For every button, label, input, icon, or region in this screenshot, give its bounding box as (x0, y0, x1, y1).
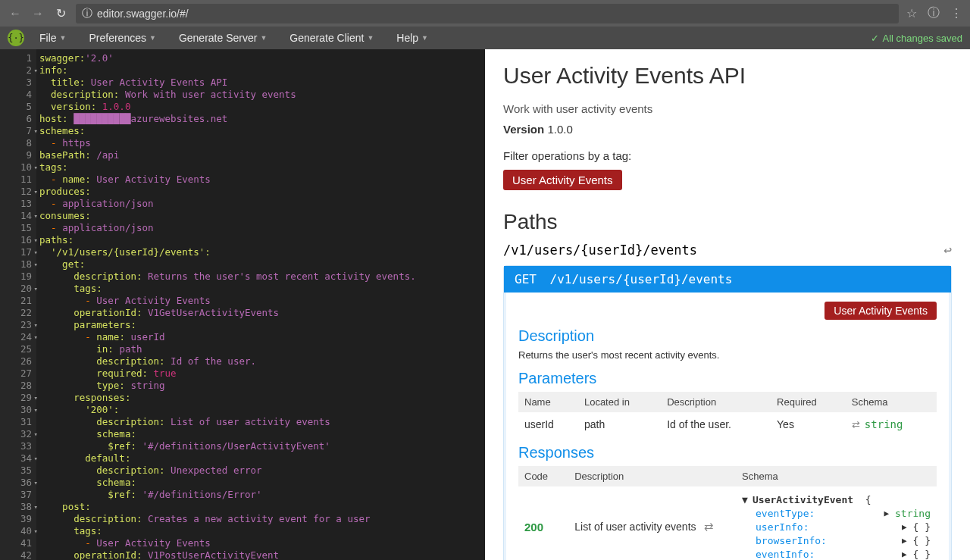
schema-property-type: string (895, 508, 931, 519)
browser-menu-icon[interactable]: ⋮ (950, 6, 962, 20)
menu-preferences[interactable]: Preferences▼ (89, 32, 155, 44)
path-title: /v1/users/{userId}/events ↩ (503, 242, 952, 258)
operation-method: GET (515, 272, 537, 286)
table-row: 200 List of user activity events⇄ ▼UserA… (518, 486, 937, 560)
check-icon: ✓ (871, 33, 879, 44)
table-header-row: Name Located in Description Required Sch… (518, 392, 937, 412)
path-back-icon[interactable]: ↩ (943, 242, 952, 258)
menu-generate-client[interactable]: Generate Client▼ (289, 32, 374, 44)
operation-header[interactable]: GET /v1/users/{userId}/events (504, 266, 951, 293)
url-text: editor.swagger.io/#/ (97, 8, 189, 20)
responses-table: Code Description Schema 200 List of user… (518, 466, 937, 560)
fold-toggle-icon[interactable]: ▾ (34, 392, 38, 404)
operation-path: /v1/users/{userId}/events (550, 272, 733, 286)
chevron-down-icon: ▼ (260, 34, 267, 42)
swagger-logo[interactable]: {·} (8, 30, 24, 46)
fold-toggle-icon[interactable]: ▾ (34, 501, 38, 513)
page-info-icon[interactable]: ⓘ (928, 5, 940, 21)
schema-property: browserInfo: (756, 535, 831, 546)
fold-toggle-icon[interactable]: ▾ (34, 404, 38, 416)
parameters-heading: Parameters (518, 370, 937, 387)
param-schema: ⇄string (846, 412, 937, 436)
fold-toggle-icon[interactable]: ▾ (34, 186, 38, 198)
expand-triangle-icon[interactable]: ▶ (902, 522, 907, 532)
fold-toggle-icon[interactable]: ▾ (34, 246, 38, 258)
bookmark-star-icon[interactable]: ☆ (906, 6, 917, 20)
fold-toggle-icon[interactable]: ▾ (34, 283, 38, 295)
nav-back-button[interactable]: ← (8, 6, 23, 21)
browser-chrome: ← → ↻ ⓘ editor.swagger.io/#/ ☆ ⓘ ⋮ (0, 0, 970, 27)
response-schema: ▼UserActivityEvent { eventType:▶stringus… (742, 493, 931, 560)
schema-property: eventInfo: (756, 549, 831, 560)
fold-toggle-icon[interactable]: ▾ (34, 525, 38, 537)
fold-toggle-icon[interactable]: ▾ (34, 125, 38, 137)
editor-gutter: 12▾34567▾8910▾1112▾1314▾1516▾17▾18▾1920▾… (0, 49, 36, 560)
chevron-down-icon: ▼ (421, 34, 428, 42)
param-description: Id of the user. (661, 412, 771, 436)
schema-property-type: { } (913, 535, 931, 546)
fold-toggle-icon[interactable]: ▾ (34, 452, 38, 465)
nav-forward-button[interactable]: → (30, 6, 45, 21)
param-located: path (578, 412, 661, 436)
editor-code[interactable]: swagger:'2.0'info: title: User Activity … (39, 49, 485, 560)
fold-toggle-icon[interactable]: ▾ (34, 64, 38, 77)
nav-reload-button[interactable]: ↻ (53, 6, 68, 21)
menu-help[interactable]: Help▼ (396, 32, 428, 44)
param-name[interactable]: userId (518, 412, 578, 436)
schema-property: userInfo: (756, 521, 831, 533)
response-description: List of user activity events⇄ (568, 486, 736, 560)
url-bar[interactable]: ⓘ editor.swagger.io/#/ (76, 4, 899, 23)
response-code: 200 (524, 521, 543, 533)
chevron-down-icon: ▼ (149, 34, 156, 42)
operation-block: GET /v1/users/{userId}/events User Activ… (503, 265, 952, 560)
api-version: Version 1.0.0 (503, 123, 952, 136)
table-row: userId path Id of the user. Yes ⇄string (518, 412, 937, 436)
yaml-editor[interactable]: 12▾34567▾8910▾1112▾1314▾1516▾17▾18▾1920▾… (0, 49, 485, 560)
operation-description: Returns the user's most recent activity … (518, 349, 937, 361)
fold-toggle-icon[interactable]: ▾ (34, 331, 38, 343)
chevron-down-icon: ▼ (60, 34, 67, 42)
schema-property: eventType: (756, 508, 831, 519)
fold-toggle-icon[interactable]: ▾ (34, 428, 38, 440)
param-required: Yes (771, 412, 846, 436)
menu-generate-server[interactable]: Generate Server▼ (179, 32, 267, 44)
swap-icon[interactable]: ⇄ (704, 520, 714, 533)
api-preview: User Activity Events API Work with user … (485, 49, 970, 560)
schema-property-type: { } (913, 521, 931, 533)
operation-tag-chip[interactable]: User Activity Events (824, 302, 937, 320)
save-status: ✓All changes saved (871, 33, 962, 44)
table-header-row: Code Description Schema (518, 466, 937, 486)
fold-toggle-icon[interactable]: ▾ (34, 234, 38, 246)
fold-toggle-icon[interactable]: ▾ (34, 210, 38, 222)
parameters-table: Name Located in Description Required Sch… (518, 392, 937, 436)
site-info-icon[interactable]: ⓘ (82, 7, 92, 20)
api-description: Work with user activity events (503, 102, 952, 115)
expand-triangle-icon[interactable]: ▶ (902, 549, 907, 559)
tag-filter-chip[interactable]: User Activity Events (503, 170, 622, 190)
chevron-down-icon: ▼ (367, 34, 374, 42)
collapse-toggle-icon[interactable]: ▼ (742, 494, 753, 505)
fold-toggle-icon[interactable]: ▾ (34, 161, 38, 174)
swap-icon[interactable]: ⇄ (852, 419, 860, 430)
fold-toggle-icon[interactable]: ▾ (34, 258, 38, 271)
path-text: /v1/users/{userId}/events (503, 242, 697, 258)
api-title: User Activity Events API (503, 63, 952, 89)
expand-triangle-icon[interactable]: ▶ (884, 508, 889, 518)
schema-property-type: { } (913, 549, 931, 560)
expand-triangle-icon[interactable]: ▶ (902, 536, 907, 546)
fold-toggle-icon[interactable]: ▾ (34, 477, 38, 489)
description-heading: Description (518, 327, 937, 345)
paths-heading: Paths (503, 210, 952, 234)
responses-heading: Responses (518, 444, 937, 461)
fold-toggle-icon[interactable]: ▾ (34, 319, 38, 331)
app-menu-bar: {·} File▼ Preferences▼ Generate Server▼ … (0, 27, 970, 49)
menu-file[interactable]: File▼ (39, 32, 66, 44)
filter-label: Filter operations by a tag: (503, 149, 952, 162)
